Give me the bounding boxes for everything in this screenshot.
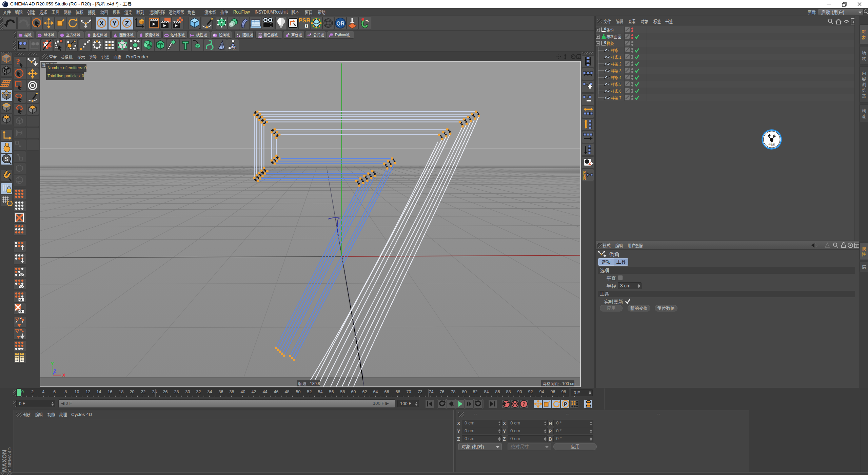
svg-text:S: S: [4, 156, 8, 163]
svg-text:Y: Y: [51, 361, 54, 366]
svg-text:0: 0: [305, 23, 308, 30]
svg-text:R: R: [583, 176, 586, 180]
svg-text:0: 0: [604, 27, 606, 31]
svg-text:X: X: [99, 20, 104, 27]
svg-text:帧速 : 189.8: 帧速 : 189.8: [298, 381, 320, 386]
svg-text:网格间距 : 100 cm: 网格间距 : 100 cm: [542, 381, 575, 386]
svg-text:X: X: [62, 373, 65, 378]
svg-text:P: P: [564, 401, 567, 407]
svg-text:Z: Z: [125, 20, 129, 27]
svg-text:fx: fx: [231, 45, 236, 51]
svg-text:Number of emitters: 0: Number of emitters: 0: [47, 65, 87, 70]
svg-text:0: 0: [604, 41, 606, 44]
svg-text:Z: Z: [54, 368, 56, 374]
svg-text:?: ?: [522, 401, 525, 407]
svg-text:Y: Y: [112, 20, 117, 27]
svg-text:?: ?: [16, 57, 20, 66]
svg-text:Total live particles: 0: Total live particles: 0: [47, 74, 84, 78]
svg-text:QR: QR: [336, 21, 344, 26]
svg-text:行走者: 行走者: [768, 143, 775, 146]
